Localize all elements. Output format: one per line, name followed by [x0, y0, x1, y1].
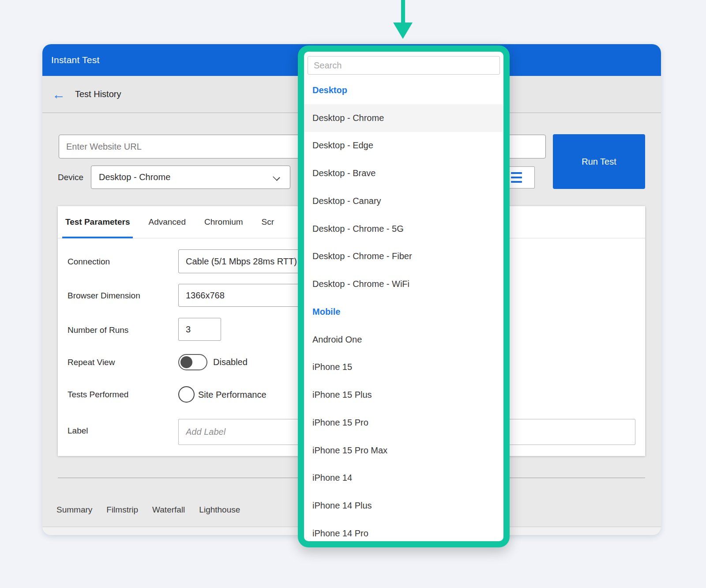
device-option-desktop-chrome-wifi[interactable]: Desktop - Chrome - WiFi	[304, 270, 503, 298]
device-option-desktop-edge[interactable]: Desktop - Edge	[304, 132, 503, 160]
device-dropdown: DesktopDesktop - ChromeDesktop - EdgeDes…	[298, 45, 510, 547]
tab-test-parameters[interactable]: Test Parameters	[62, 206, 133, 238]
device-group-desktop: Desktop	[304, 76, 503, 104]
browser-dimension-label: Browser Dimension	[68, 291, 140, 301]
tab-advanced[interactable]: Advanced	[145, 206, 189, 238]
connection-label: Connection	[68, 257, 110, 267]
result-tab-filmstrip[interactable]: Filmstrip	[106, 503, 138, 516]
device-group-mobile: Mobile	[304, 298, 503, 326]
device-option-desktop-chrome-fiber[interactable]: Desktop - Chrome - Fiber	[304, 243, 503, 271]
pointer-arrow-icon	[393, 23, 413, 39]
repeat-view-state: Disabled	[213, 357, 248, 367]
device-select-value: Desktop - Chrome	[99, 172, 170, 182]
chevron-down-icon	[273, 173, 280, 181]
tab-chromium[interactable]: Chromium	[201, 206, 246, 238]
device-option-desktop-canary[interactable]: Desktop - Canary	[304, 187, 503, 215]
tests-performed-label: Tests Performed	[68, 390, 128, 400]
device-search-input[interactable]	[308, 56, 500, 75]
result-tab-waterfall[interactable]: Waterfall	[152, 503, 185, 516]
device-dropdown-list: DesktopDesktop - ChromeDesktop - EdgeDes…	[304, 76, 503, 547]
device-option-iphone-14-plus[interactable]: iPhone 14 Plus	[304, 492, 503, 520]
label-field-label: Label	[68, 426, 88, 436]
number-of-runs-label: Number of Runs	[68, 325, 128, 335]
device-option-iphone-15-pro[interactable]: iPhone 15 Pro	[304, 409, 503, 437]
repeat-view-toggle[interactable]	[178, 354, 207, 370]
device-option-desktop-chrome-5g[interactable]: Desktop - Chrome - 5G	[304, 215, 503, 243]
device-option-iphone-15-pro-max[interactable]: iPhone 15 Pro Max	[304, 437, 503, 464]
repeat-view-label: Repeat View	[68, 358, 115, 367]
device-option-iphone-14[interactable]: iPhone 14	[304, 464, 503, 492]
pointer-arrow-shaft	[401, 0, 405, 23]
test-history-link[interactable]: Test History	[75, 89, 121, 99]
result-tab-summary[interactable]: Summary	[56, 503, 92, 516]
app-title: Instant Test	[51, 55, 99, 65]
number-of-runs-input[interactable]	[178, 318, 221, 341]
back-arrow-icon[interactable]: ←	[52, 88, 65, 101]
result-tabs: SummaryFilmstripWaterfallLighthouse	[56, 503, 240, 516]
device-option-iphone-14-pro[interactable]: iPhone 14 Pro	[304, 520, 503, 547]
browser-dimension-value: 1366x768	[186, 290, 225, 301]
device-option-android-one[interactable]: Android One	[304, 326, 503, 354]
device-option-desktop-chrome[interactable]: Desktop - Chrome	[304, 104, 503, 132]
tab-scr[interactable]: Scr	[259, 206, 278, 238]
toggle-knob	[180, 356, 192, 368]
site-performance-radio[interactable]	[178, 386, 195, 403]
device-select[interactable]: Desktop - Chrome	[91, 166, 290, 189]
device-label: Device	[58, 173, 83, 182]
site-performance-label: Site Performance	[198, 390, 267, 400]
device-option-iphone-15-plus[interactable]: iPhone 15 Plus	[304, 381, 503, 409]
device-option-desktop-brave[interactable]: Desktop - Brave	[304, 159, 503, 187]
connection-value: Cable (5/1 Mbps 28ms RTT)	[186, 256, 297, 267]
device-option-iphone-15[interactable]: iPhone 15	[304, 354, 503, 381]
result-tab-lighthouse[interactable]: Lighthouse	[199, 503, 240, 516]
run-test-button[interactable]: Run Test	[553, 134, 645, 189]
